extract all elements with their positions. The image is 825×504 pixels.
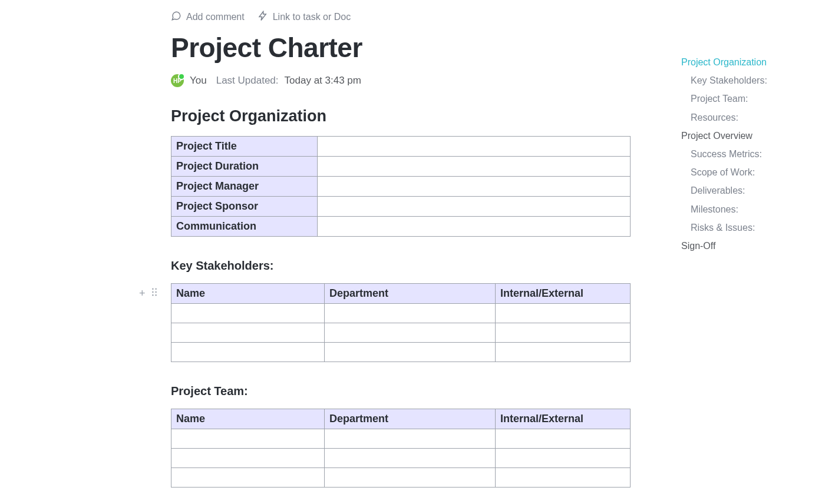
col-header[interactable]: Name xyxy=(171,284,325,304)
table-row[interactable]: Project Title xyxy=(171,137,631,157)
outline-item[interactable]: Project Team: xyxy=(681,89,805,108)
meta-updated-label: Last Updated: xyxy=(216,75,279,87)
table-row[interactable] xyxy=(171,429,631,449)
svg-point-2 xyxy=(152,291,153,293)
outline-item[interactable]: Risks & Issues: xyxy=(681,218,805,237)
table-row[interactable] xyxy=(171,343,631,362)
avatar[interactable]: HP xyxy=(171,74,184,87)
add-block-icon[interactable]: + xyxy=(139,288,146,299)
section-heading-team[interactable]: Project Team: xyxy=(171,384,631,398)
link-task-label: Link to task or Doc xyxy=(273,12,351,22)
org-label-cell[interactable]: Project Manager xyxy=(171,177,318,197)
table-header-row[interactable]: Name Department Internal/External xyxy=(171,284,631,304)
team-table-wrap: Name Department Internal/External xyxy=(171,409,631,488)
org-value-cell[interactable] xyxy=(318,217,631,237)
org-value-cell[interactable] xyxy=(318,177,631,197)
outline-item[interactable]: Key Stakeholders: xyxy=(681,71,805,89)
org-label-cell[interactable]: Project Duration xyxy=(171,157,318,177)
table-row[interactable]: Project Manager xyxy=(171,177,631,197)
outline-item[interactable]: Project Overview xyxy=(681,127,805,145)
document-main: Add comment Link to task or Doc Project … xyxy=(171,11,631,488)
col-header[interactable]: Name xyxy=(171,409,325,429)
table-row[interactable] xyxy=(171,304,631,323)
doc-toolbar: Add comment Link to task or Doc xyxy=(171,11,631,24)
svg-point-0 xyxy=(152,289,153,290)
org-table-wrap: Project Title Project Duration Project M… xyxy=(171,136,631,237)
col-header[interactable]: Internal/External xyxy=(496,284,631,304)
table-row[interactable]: Project Sponsor xyxy=(171,197,631,217)
svg-point-5 xyxy=(155,294,156,296)
table-header-row[interactable]: Name Department Internal/External xyxy=(171,409,631,429)
table-row[interactable] xyxy=(171,323,631,343)
outline-item[interactable]: Resources: xyxy=(681,108,805,127)
table-row[interactable]: Project Duration xyxy=(171,157,631,177)
link-task-button[interactable]: Link to task or Doc xyxy=(258,11,351,24)
org-label-cell[interactable]: Project Sponsor xyxy=(171,197,318,217)
outline-item[interactable]: Success Metrics: xyxy=(681,145,805,163)
org-value-cell[interactable] xyxy=(318,197,631,217)
team-table[interactable]: Name Department Internal/External xyxy=(171,409,631,488)
outline-item[interactable]: Milestones: xyxy=(681,200,805,218)
table-row[interactable] xyxy=(171,468,631,488)
col-header[interactable]: Department xyxy=(325,284,496,304)
outline-item[interactable]: Sign-Off xyxy=(681,237,805,255)
stakeholders-table-wrap: + Name Department Internal/External xyxy=(171,283,631,362)
table-row[interactable]: Communication xyxy=(171,217,631,237)
outline-item[interactable]: Project Organization xyxy=(681,53,805,71)
org-table[interactable]: Project Title Project Duration Project M… xyxy=(171,136,631,237)
add-comment-label: Add comment xyxy=(186,12,245,22)
drag-handle-icon[interactable] xyxy=(150,288,159,299)
org-value-cell[interactable] xyxy=(318,157,631,177)
col-header[interactable]: Department xyxy=(325,409,496,429)
section-heading-organization[interactable]: Project Organization xyxy=(171,107,631,125)
outline-item[interactable]: Scope of Work: xyxy=(681,163,805,181)
col-header[interactable]: Internal/External xyxy=(496,409,631,429)
block-handles: + xyxy=(139,288,159,299)
table-row[interactable] xyxy=(171,449,631,468)
svg-point-1 xyxy=(155,289,156,290)
comment-icon xyxy=(171,11,182,24)
section-heading-stakeholders[interactable]: Key Stakeholders: xyxy=(171,259,631,273)
svg-point-4 xyxy=(152,294,153,296)
meta-author: You xyxy=(190,75,207,87)
org-label-cell[interactable]: Project Title xyxy=(171,137,318,157)
outline-sidebar: Project Organization Key Stakeholders: P… xyxy=(681,53,805,255)
org-value-cell[interactable] xyxy=(318,137,631,157)
stakeholders-table[interactable]: Name Department Internal/External xyxy=(171,283,631,362)
meta-updated-value: Today at 3:43 pm xyxy=(285,75,361,87)
org-label-cell[interactable]: Communication xyxy=(171,217,318,237)
doc-meta-row: HP You Last Updated: Today at 3:43 pm xyxy=(171,74,631,87)
link-icon xyxy=(258,11,268,24)
add-comment-button[interactable]: Add comment xyxy=(171,11,245,24)
outline-item[interactable]: Deliverables: xyxy=(681,181,805,200)
svg-point-3 xyxy=(155,291,156,293)
page-title[interactable]: Project Charter xyxy=(171,32,631,64)
